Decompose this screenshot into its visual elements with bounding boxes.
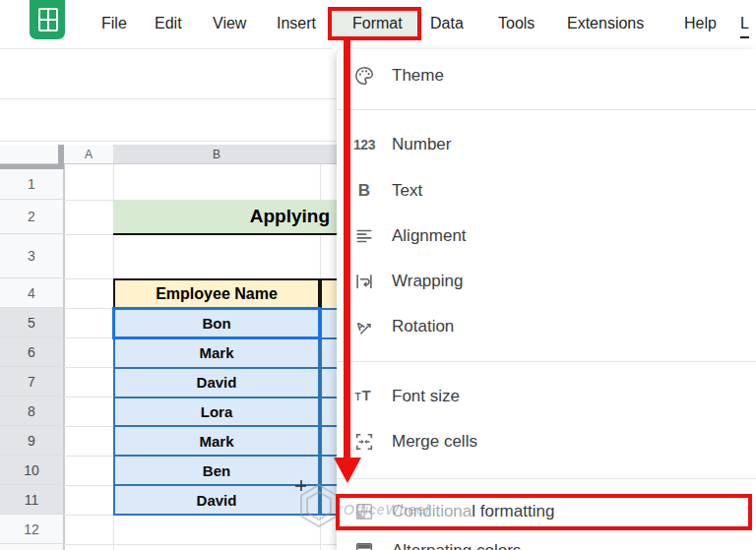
menu-item-text[interactable]: B Text — [337, 171, 756, 211]
cell-b11[interactable]: David — [115, 486, 318, 514]
palette-icon — [346, 65, 382, 87]
row-header-11[interactable]: 11 — [0, 485, 64, 515]
cell-c9-sliver[interactable] — [322, 427, 337, 457]
menu-extensions[interactable]: Extensions — [567, 10, 644, 37]
row-header-3[interactable]: 3 — [0, 234, 64, 278]
cell-b5[interactable]: Bon — [115, 310, 318, 339]
format-dropdown-menu: Theme 123 Number B Text Alignment Wrappi… — [337, 49, 756, 550]
cell-c8-sliver[interactable] — [322, 398, 337, 428]
table-header-employee-name[interactable]: Employee Name — [113, 278, 320, 310]
alternating-colors-icon — [346, 540, 382, 550]
employee-name-table: Bon Mark David Lora Mark Ben David — [113, 308, 320, 516]
menu-item-label: Alignment — [392, 226, 467, 246]
menu-tools[interactable]: Tools — [498, 10, 535, 37]
menu-item-label: Rotation — [392, 317, 454, 336]
google-sheets-logo-icon[interactable] — [30, 0, 65, 39]
row-header-6[interactable]: 6 — [0, 337, 64, 367]
menu-item-alignment[interactable]: Alignment — [337, 216, 756, 256]
column-header-c-sliver[interactable] — [320, 145, 337, 164]
menu-item-label: Alternating colors — [392, 541, 521, 550]
edge-text-fragment: L — [740, 11, 749, 38]
svg-text:T: T — [354, 392, 361, 402]
watermark-text: OfficeWheel — [344, 502, 429, 518]
cell-c5-sliver[interactable] — [322, 310, 337, 339]
menu-item-merge-cells[interactable]: Merge cells — [337, 422, 756, 461]
cell-c7-sliver[interactable] — [322, 369, 337, 398]
number-123-icon: 123 — [346, 137, 382, 153]
menu-item-label: Merge cells — [392, 432, 477, 452]
menu-view[interactable]: View — [213, 10, 246, 37]
menu-file[interactable]: File — [101, 10, 127, 37]
menu-insert[interactable]: Insert — [277, 10, 316, 37]
merge-cells-icon — [346, 431, 382, 453]
row-header-10[interactable]: 10 — [0, 456, 64, 485]
cell-b6[interactable]: Mark — [115, 339, 318, 369]
row-header-7[interactable]: 7 — [0, 367, 64, 397]
cell-b7[interactable]: David — [115, 369, 318, 398]
google-sheets-app: File Edit View Insert Format Data Tools … — [0, 0, 756, 550]
row-header-1[interactable]: 1 — [0, 169, 64, 200]
column-header-a[interactable]: A — [64, 145, 113, 164]
cell-c6-sliver[interactable] — [322, 339, 337, 369]
menu-separator — [337, 478, 756, 479]
text-rotation-icon: A — [346, 316, 382, 337]
row-header-5[interactable]: 5 — [0, 308, 64, 337]
menu-item-rotation[interactable]: A Rotation — [337, 307, 756, 346]
text-wrap-icon — [346, 271, 382, 292]
sheet-title-cell[interactable]: Applying — [113, 200, 337, 235]
row-header-12[interactable]: 12 — [0, 515, 64, 544]
menu-item-theme[interactable]: Theme — [337, 56, 756, 95]
svg-text:T: T — [362, 388, 371, 403]
cell-b10[interactable]: Ben — [115, 457, 318, 486]
menu-separator — [337, 361, 756, 362]
menu-data[interactable]: Data — [430, 10, 464, 37]
toolbar: 100% — [0, 49, 337, 98]
row-header-13-sliver[interactable] — [0, 544, 64, 550]
column-header-b[interactable]: B — [113, 145, 320, 164]
menu-item-label: Font size — [392, 387, 460, 406]
row-header-2[interactable]: 2 — [0, 200, 64, 234]
menu-item-label: Wrapping — [392, 272, 463, 291]
gridline — [64, 145, 65, 550]
menubar: File Edit View Insert Format Data Tools … — [0, 0, 756, 47]
formula-bar-divider — [0, 141, 337, 142]
menu-separator — [337, 109, 756, 110]
menu-item-label: Theme — [392, 66, 444, 86]
bold-text-icon: B — [346, 181, 382, 201]
font-size-icon: TT — [346, 386, 382, 407]
table-header-next-column-sliver[interactable] — [320, 278, 337, 310]
menu-item-wrapping[interactable]: Wrapping — [337, 262, 756, 301]
menu-item-label: Text — [392, 181, 422, 201]
menu-item-label: Number — [392, 135, 451, 154]
gridline — [64, 544, 337, 545]
row-header-9[interactable]: 9 — [0, 426, 64, 456]
menu-item-number[interactable]: 123 Number — [337, 125, 756, 164]
menu-format[interactable]: Format — [352, 10, 403, 37]
formula-bar: B5:D11 fx Bon — [0, 99, 337, 141]
menu-edit[interactable]: Edit — [155, 10, 182, 37]
menu-help[interactable]: Help — [684, 10, 717, 37]
cell-b8[interactable]: Lora — [115, 398, 318, 428]
watermark-hexagon-icon — [296, 482, 342, 533]
row-header-4[interactable]: 4 — [0, 278, 64, 308]
select-all-corner[interactable] — [0, 145, 64, 164]
menu-item-alternating-colors[interactable]: Alternating colors — [337, 531, 756, 550]
row-header-8[interactable]: 8 — [0, 397, 64, 426]
cell-b9[interactable]: Mark — [115, 427, 318, 457]
align-left-icon — [346, 225, 382, 247]
menu-item-font-size[interactable]: TT Font size — [337, 377, 756, 416]
